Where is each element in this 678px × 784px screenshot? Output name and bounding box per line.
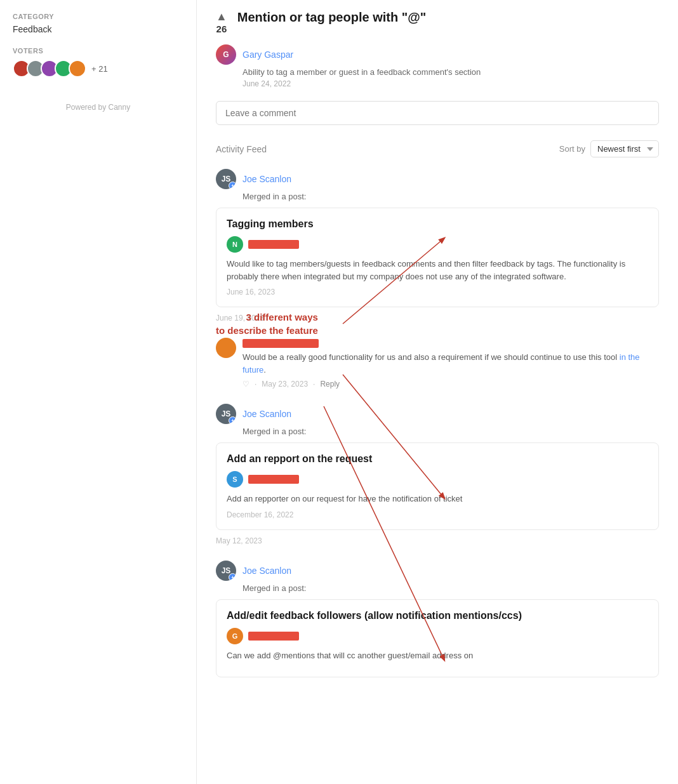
author-badge-3: [229, 416, 236, 424]
post-date: June 24, 2022: [243, 79, 659, 88]
reply-link-2[interactable]: Reply: [320, 380, 340, 389]
merged-card-avatar-3: S: [227, 471, 243, 488]
redacted-commenter-name: [243, 339, 319, 348]
feed-author-avatar-4: JS: [216, 561, 236, 581]
comment-meta-2: ♡ · May 23, 2023 · Reply: [243, 380, 659, 389]
post-author-row: G Gary Gaspar: [216, 44, 659, 65]
feed-item-2: Would be a really good functionality for…: [216, 338, 659, 389]
merged-card-3: Add an repport on the request S Add an r…: [216, 442, 659, 530]
merged-card-body-3: Add an repporter on our request for have…: [227, 493, 648, 505]
post-author-name[interactable]: Gary Gaspar: [243, 50, 293, 60]
feed-author-avatar-1: JS: [216, 169, 236, 189]
post-author-desc: Ability to tag a member or guest in a fe…: [243, 67, 659, 77]
comment-date-2: May 23, 2023: [262, 380, 308, 389]
merged-card-avatar-1: N: [227, 236, 243, 253]
feed-item-3: JS Joe Scanlon Merged in a post: Add an …: [216, 404, 659, 545]
heart-icon-2[interactable]: ♡: [243, 380, 249, 389]
merged-card-date-1: June 16, 2023: [227, 288, 648, 296]
merged-card-1: Tagging members N Would like to tag memb…: [216, 208, 659, 307]
author-badge-1: [229, 182, 236, 189]
comment-link-2[interactable]: in the future: [243, 352, 640, 375]
sort-row: Sort by Newest first Oldest first: [559, 140, 659, 157]
post-title: Mention or tag people with "@": [237, 10, 426, 25]
redacted-bar-4: [248, 632, 299, 641]
vote-box[interactable]: ▲ 26: [216, 10, 227, 34]
feed-author-name-1[interactable]: Joe Scanlon: [243, 174, 291, 184]
post-header: ▲ 26 Mention or tag people with "@": [216, 10, 659, 34]
redacted-bar-3: [248, 475, 299, 484]
voters-label: VOTERS: [13, 47, 183, 55]
category-label: CATEGORY: [13, 13, 183, 20]
comment-avatar-2: [216, 338, 236, 358]
redacted-bar-1: [248, 240, 299, 249]
comment-row-2: Would be a really good functionality for…: [216, 338, 659, 389]
powered-by: Powered by Canny: [13, 103, 183, 112]
category-value: Feedback: [13, 24, 183, 34]
merged-card-title-4[interactable]: Add/edit feedback followers (allow notif…: [227, 610, 648, 621]
merged-text-1: Merged in a post:: [243, 192, 659, 201]
sort-label: Sort by: [559, 144, 585, 154]
voter-count: + 21: [91, 64, 108, 74]
voter-avatar-5: [69, 60, 86, 77]
merged-card-4: Add/edit feedback followers (allow notif…: [216, 599, 659, 678]
feed-author-row-3: JS Joe Scanlon: [216, 404, 659, 424]
merged-card-avatar-4: G: [227, 628, 243, 644]
feed-author-name-3[interactable]: Joe Scanlon: [243, 409, 291, 419]
feed-author-row-4: JS Joe Scanlon: [216, 561, 659, 581]
feed-date-3: May 12, 2023: [216, 536, 659, 545]
merged-card-title-1[interactable]: Tagging members: [227, 218, 648, 230]
voters-row: + 21: [13, 60, 183, 77]
activity-feed-label: Activity Feed: [216, 144, 267, 154]
comment-input-wrap[interactable]: [216, 101, 659, 125]
author-badge-4: [229, 573, 236, 581]
merged-text-4: Merged in a post:: [243, 583, 659, 593]
merged-card-body-4: Can we add @mentions that will cc anothe…: [227, 649, 648, 662]
merged-card-author-row-4: G: [227, 628, 648, 644]
feed-date-1: June 19, 2023: [216, 314, 659, 322]
feed-author-row-1: JS Joe Scanlon: [216, 169, 659, 189]
merged-card-author-row-1: N: [227, 236, 648, 253]
post-author-avatar: G: [216, 44, 236, 65]
merged-card-title-3[interactable]: Add an repport on the request: [227, 453, 648, 465]
merged-card-date-3: December 16, 2022: [227, 510, 648, 519]
merged-text-3: Merged in a post:: [243, 427, 659, 436]
main-content: ▲ 26 Mention or tag people with "@" G Ga…: [197, 0, 678, 784]
voters-section: VOTERS + 21: [13, 47, 183, 77]
feed-author-avatar-3: JS: [216, 404, 236, 424]
activity-feed-header: Activity Feed Sort by Newest first Oldes…: [216, 140, 659, 157]
merged-card-author-row-3: S: [227, 471, 648, 488]
upvote-arrow[interactable]: ▲: [216, 10, 227, 23]
comment-dot: ·: [255, 380, 256, 389]
feed-author-name-4[interactable]: Joe Scanlon: [243, 566, 291, 576]
comment-dot2: ·: [313, 380, 315, 389]
comment-input[interactable]: [216, 101, 659, 125]
feed-item-1: JS Joe Scanlon Merged in a post: Tagging…: [216, 169, 659, 322]
sidebar: CATEGORY Feedback VOTERS + 21 Powered by…: [0, 0, 197, 784]
merged-card-body-1: Would like to tag members/guests in feed…: [227, 258, 648, 282]
comment-body-2: Would be a really good functionality for…: [243, 351, 659, 376]
sort-select[interactable]: Newest first Oldest first: [590, 140, 659, 157]
category-section: CATEGORY Feedback: [13, 13, 183, 34]
feed-item-4: JS Joe Scanlon Merged in a post: Add/edi…: [216, 561, 659, 678]
vote-count: 26: [216, 23, 227, 34]
